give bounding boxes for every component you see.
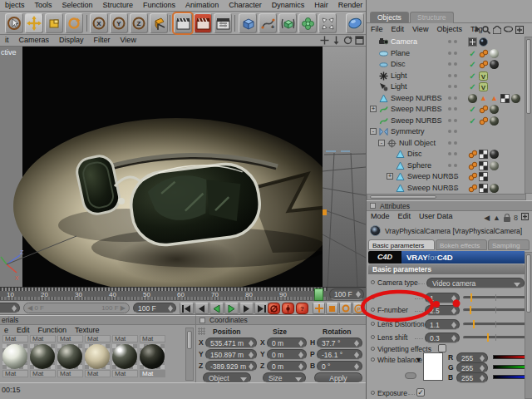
material-menu-item-0[interactable]: e [0,325,12,334]
attribute-menu-item-2[interactable]: User Data [415,211,457,220]
menubar-item-0[interactable]: bjects [0,0,30,9]
phong-tag-icon[interactable] [479,116,488,126]
material-label[interactable]: Mat [140,335,165,342]
material-label[interactable]: Mat [57,370,83,377]
material-label[interactable]: Mat [85,370,111,377]
material-label[interactable]: Mat [30,370,56,377]
lock-y-axis-button[interactable]: Y [110,13,128,33]
material-tag-icon[interactable] [490,161,499,170]
object-name[interactable]: Sweep NURBS [391,94,442,102]
lock-z-axis-button[interactable]: Z [130,13,148,33]
phong-tag-icon[interactable] [468,184,477,193]
basic-parameters-section-header[interactable]: Basic parameters [368,264,525,274]
material-tag-icon[interactable] [490,60,499,69]
expand-tool-button[interactable] [318,13,337,33]
material-thumbnail[interactable] [85,344,110,369]
enabled-check-icon[interactable]: ✓ [468,116,477,126]
animation-dot-icon[interactable] [371,391,375,395]
add-spline-button[interactable]: + [259,13,277,33]
add-nurbs-button[interactable] [278,13,297,33]
material-tag-icon[interactable] [490,105,499,114]
expander-icon[interactable]: + [387,173,393,180]
viewport-menu-item-1[interactable]: Cameras [14,35,55,44]
attribute-menu-item-1[interactable]: Edit [394,211,416,220]
current-frame-field[interactable]: 100 F [133,303,176,313]
visibility-dots-icon[interactable] [448,62,460,66]
visibility-dots-icon[interactable] [448,74,460,78]
visibility-dots-icon[interactable] [448,107,460,111]
material-tag-icon[interactable] [468,94,477,103]
lock-icon[interactable] [504,217,510,222]
menubar-item-9[interactable]: Render [333,0,368,9]
tree-row-sweep-nurbs[interactable]: +Sweep NURBS✓ [367,104,526,115]
material-tag-icon[interactable] [490,116,499,126]
enabled-check-icon[interactable]: ✓ [468,71,477,81]
add-light-object-button[interactable] [346,13,364,33]
menubar-item-8[interactable]: Hair [309,0,333,9]
visibility-dots-icon[interactable] [448,96,460,101]
render-view-button[interactable] [174,13,192,33]
goto-start-button[interactable] [180,303,194,314]
material-tag-icon[interactable] [490,184,499,193]
material-sphere-preview[interactable] [112,344,137,369]
object-name[interactable]: Disc [407,150,422,158]
material-sphere-preview[interactable] [85,344,110,369]
parameter-slider[interactable] [463,296,528,299]
exposure-checkbox[interactable]: ✓ [416,388,425,397]
channel-value-field[interactable]: 255 [456,372,488,383]
object-tree-hscrollbar[interactable] [367,194,526,200]
history-back-icon[interactable]: ◀ [484,214,490,222]
attributes-collapse-checkbox[interactable] [370,203,376,209]
add-cube-object-button[interactable] [239,13,257,33]
camera-type-dropdown[interactable]: Video camera [426,278,525,288]
position-y-field[interactable]: 150.897 m [205,349,257,360]
material-thumbnail[interactable] [112,344,137,369]
enabled-check-icon[interactable]: ✓ [468,105,477,114]
vray-tag-icon[interactable]: V [479,71,488,81]
material-sphere-preview[interactable] [140,344,165,369]
uvw-tag-icon[interactable] [479,150,488,159]
material-thumbnail[interactable] [140,344,165,369]
object-name[interactable]: Disc [391,60,406,68]
material-menu-item-3[interactable]: Texture [71,325,104,334]
parent-object-icon[interactable]: ▲ [493,214,500,222]
parameter-slider[interactable] [463,308,528,312]
move-tool-button[interactable] [25,13,43,33]
warning-triangle-icon[interactable]: ▲ [479,94,488,103]
key-rotation-button[interactable] [339,303,352,314]
parameter-slider[interactable] [463,323,528,326]
material-sphere-preview[interactable] [2,344,27,369]
previous-frame-button[interactable] [195,303,209,314]
object-menu-item-0[interactable]: File [367,24,387,33]
material-tag-icon[interactable] [490,150,499,159]
tree-row-disc[interactable]: Disc✓ [367,59,526,70]
key-scale-button[interactable] [326,303,338,314]
white-balance-swatch[interactable] [423,352,443,381]
material-sphere-preview[interactable] [57,344,82,369]
position-x-field[interactable]: 535.471 m [205,337,257,348]
visibility-dots-icon[interactable] [448,85,460,89]
tree-row-sweep-nurbs[interactable]: Sweep NURBS [367,183,526,194]
animation-dot-icon[interactable] [371,322,375,326]
record-options-button[interactable]: ? [296,303,308,314]
object-name[interactable]: Sweep NURBS [391,116,442,125]
autokey-button[interactable] [282,303,294,314]
phong-tag-icon[interactable] [479,105,488,114]
record-keyframe-button[interactable] [268,303,280,314]
material-label[interactable]: Mat [2,370,28,377]
object-name[interactable]: Plane [391,49,410,57]
key-position-button[interactable] [313,303,325,314]
tab-basic-parameters[interactable]: Basic parameters [368,239,435,250]
phong-tag-icon[interactable] [468,172,477,181]
material-menu-item-1[interactable]: Edit [12,325,34,334]
menubar-item-3[interactable]: Structure [98,0,139,9]
object-name[interactable]: Light [391,82,407,91]
materials-scrollbar[interactable] [185,328,194,381]
phong-tag-icon[interactable] [468,161,477,170]
coordinates-collapse-checkbox[interactable] [200,318,205,323]
range-right-arrow-icon[interactable]: ▶ [121,304,126,312]
add-modifier-button[interactable] [298,13,317,33]
scale-tool-button[interactable] [45,13,63,33]
material-tag-icon[interactable] [511,94,520,103]
menubar-item-7[interactable]: Dynamics [267,0,310,9]
